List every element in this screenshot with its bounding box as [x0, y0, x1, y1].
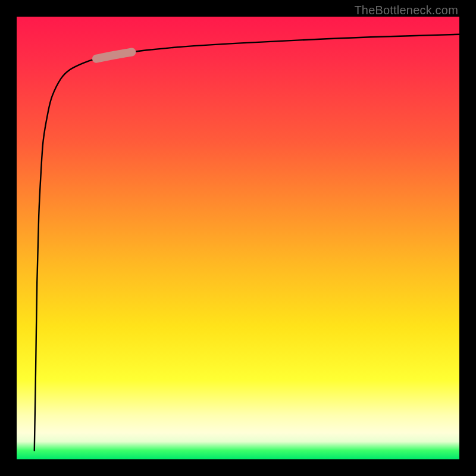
curve-layer [17, 17, 459, 459]
chart-root: TheBottleneck.com [0, 0, 476, 476]
plot-area [17, 17, 459, 459]
highlight-pill [96, 52, 132, 59]
attribution-label: TheBottleneck.com [354, 4, 458, 17]
bottleneck-curve [35, 35, 459, 450]
